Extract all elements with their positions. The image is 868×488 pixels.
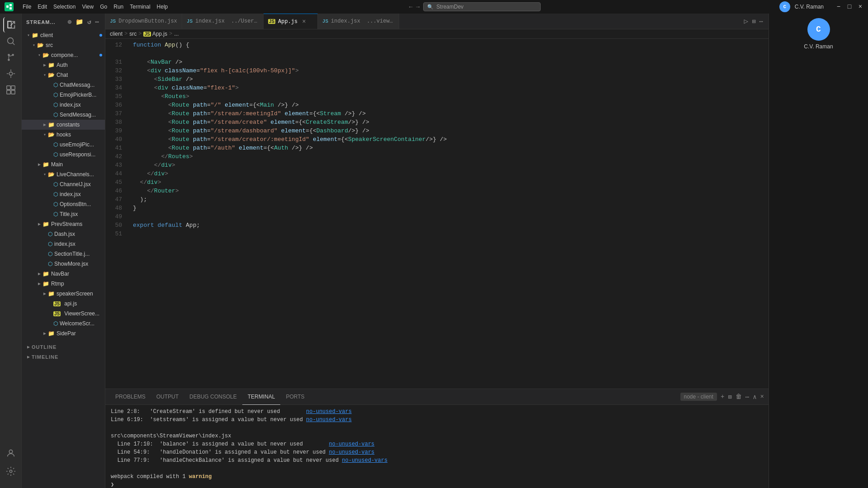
menu-selection[interactable]: Selection bbox=[51, 4, 78, 10]
tree-item-showmore[interactable]: ⬡ ShowMore.jsx bbox=[22, 259, 105, 269]
more-actions-button[interactable]: ⋯ bbox=[760, 18, 763, 25]
tree-item-src[interactable]: ▾ 📂 src bbox=[22, 40, 105, 50]
minimize-button[interactable]: − bbox=[835, 4, 842, 10]
menu-run[interactable]: Run bbox=[111, 4, 126, 10]
modified-badge bbox=[99, 34, 102, 37]
tree-item-sectiontitle[interactable]: ⬡ SectionTitle.j... bbox=[22, 249, 105, 259]
presenter-avatar: C bbox=[807, 18, 830, 41]
menu-edit[interactable]: Edit bbox=[35, 4, 50, 10]
activity-accounts[interactable] bbox=[3, 446, 19, 461]
tab-run-controls: ▷ ⊞ ⋯ bbox=[738, 17, 769, 26]
terminal-line-blank2 bbox=[111, 465, 763, 473]
activity-source-control[interactable] bbox=[3, 50, 19, 65]
chevron-icon: ▶ bbox=[36, 162, 42, 167]
breadcrumb-appjs[interactable]: JSApp.js bbox=[143, 31, 167, 37]
svg-rect-2 bbox=[9, 7, 12, 9]
tree-item-components[interactable]: ▾ 📂 compone... bbox=[22, 50, 105, 60]
panel-tab-debug[interactable]: DEBUG CONSOLE bbox=[184, 389, 242, 405]
chevron-icon: ▾ bbox=[25, 33, 32, 38]
new-folder-button[interactable]: 📁 bbox=[75, 17, 85, 27]
tree-item-constants[interactable]: ▶ 📁 constants bbox=[22, 120, 105, 130]
warning-link-5[interactable]: no-unused-vars bbox=[342, 457, 387, 464]
maximize-panel-button[interactable]: ∧ bbox=[753, 393, 756, 401]
new-terminal-button[interactable]: + bbox=[721, 393, 724, 400]
tree-item-outline[interactable]: ▶ OUTLINE bbox=[22, 342, 105, 352]
close-panel-button[interactable]: × bbox=[760, 393, 764, 400]
breadcrumb-client[interactable]: client bbox=[110, 31, 123, 37]
tree-item-sidebar2[interactable]: ▶ 📁 SidePar bbox=[22, 328, 105, 338]
menu-view[interactable]: View bbox=[79, 4, 96, 10]
tree-item-navbar[interactable]: ▶ 📁 NavBar bbox=[22, 269, 105, 279]
tree-item-livechannels[interactable]: ▾ 📂 LiveChannels... bbox=[22, 169, 105, 179]
warning-link-4[interactable]: no-unused-vars bbox=[329, 449, 374, 455]
title-bar-left: File Edit Selection View Go Run Terminal… bbox=[5, 2, 170, 11]
menu-go[interactable]: Go bbox=[97, 4, 110, 10]
menu-terminal[interactable]: Terminal bbox=[127, 4, 153, 10]
sidebar: STREAM... ⊕ 📁 ↺ ⋯ ▾ 📁 client ▾ 📂 bbox=[22, 14, 105, 488]
tree-item-prevstreams[interactable]: ▶ 📁 PrevStreams bbox=[22, 219, 105, 229]
tree-item-useresponsive[interactable]: ⬡ useResponsi... bbox=[22, 150, 105, 160]
warning-link-3[interactable]: no-unused-vars bbox=[329, 441, 374, 447]
activity-explorer[interactable] bbox=[3, 17, 19, 33]
code-editor: 12 31 32 33 34 35 36 37 38 39 40 41 42 4… bbox=[105, 39, 769, 389]
nav-back-button[interactable]: ← bbox=[409, 4, 413, 10]
refresh-button[interactable]: ↺ bbox=[86, 17, 92, 27]
maximize-button[interactable]: □ bbox=[846, 4, 853, 10]
tree-item-main-index[interactable]: ⬡ index.jsx bbox=[22, 239, 105, 249]
activity-settings[interactable] bbox=[3, 464, 19, 479]
split-editor-button[interactable]: ⊞ bbox=[752, 18, 755, 25]
tab-index-userdropdown[interactable]: JS index.jsx ../UserDropdown bbox=[182, 14, 264, 29]
code-line-38: <Route path="/stream/create" element={<C… bbox=[126, 118, 769, 127]
search-box[interactable]: 🔍 StreamDev bbox=[423, 2, 541, 11]
warning-link-2[interactable]: no-unused-vars bbox=[306, 417, 352, 423]
activity-search[interactable] bbox=[3, 33, 19, 49]
panel-tab-ports[interactable]: PORTS bbox=[280, 389, 310, 405]
tree-item-useemoji[interactable]: ⬡ useEmojiPic... bbox=[22, 140, 105, 150]
activity-debug[interactable] bbox=[3, 66, 19, 81]
tree-item-emojipicker[interactable]: ⬡ EmojiPickerB... bbox=[22, 90, 105, 100]
tree-item-dash[interactable]: ⬡ Dash.jsx bbox=[22, 229, 105, 239]
tree-item-title[interactable]: ⬡ Title.jsx bbox=[22, 209, 105, 219]
tree-item-channelj[interactable]: ⬡ ChannelJ.jsx bbox=[22, 179, 105, 189]
tree-item-timeline[interactable]: ▶ TIMELINE bbox=[22, 352, 105, 362]
tree-item-client[interactable]: ▾ 📁 client bbox=[22, 30, 105, 40]
tab-appjs[interactable]: JS App.js × bbox=[264, 14, 318, 29]
tree-item-chat[interactable]: ▾ 📂 Chat bbox=[22, 70, 105, 80]
tree-item-live-index[interactable]: ⬡ index.jsx bbox=[22, 189, 105, 199]
breadcrumb-src[interactable]: src bbox=[129, 31, 137, 37]
menu-file[interactable]: File bbox=[20, 4, 34, 10]
collapse-all-button[interactable]: ⋯ bbox=[94, 17, 100, 27]
nav-forward-button[interactable]: → bbox=[416, 4, 420, 10]
tree-item-chat-index[interactable]: ⬡ index.jsx bbox=[22, 100, 105, 110]
tab-dropdown[interactable]: JS DropdownButton.jsx bbox=[105, 14, 182, 29]
tab-index-viewer[interactable]: JS index.jsx ...viewer M bbox=[318, 14, 399, 29]
terminal-instance-label: node - client bbox=[680, 393, 717, 401]
breadcrumb-function[interactable]: ... bbox=[174, 31, 179, 37]
tree-item-apis[interactable]: JS api.js bbox=[22, 299, 105, 309]
warning-link-1[interactable]: no-unused-vars bbox=[306, 408, 352, 415]
tree-item-welcome[interactable]: ⬡ WelcomeScr... bbox=[22, 319, 105, 328]
tree-item-rtmp[interactable]: ▶ 📁 Rtmp bbox=[22, 279, 105, 289]
more-terminal-button[interactable]: ⋯ bbox=[745, 393, 749, 401]
panel-tab-terminal[interactable]: TERMINAL bbox=[242, 389, 281, 405]
tree-item-auth[interactable]: ▶ 📁 Auth bbox=[22, 60, 105, 70]
tree-item-speakerscreen[interactable]: ▶ 📁 speakerScreen bbox=[22, 289, 105, 299]
tree-item-hooks[interactable]: ▾ 📂 hooks bbox=[22, 130, 105, 140]
new-file-button[interactable]: ⊕ bbox=[67, 17, 73, 27]
tree-item-sendmessage[interactable]: ⬡ SendMessag... bbox=[22, 110, 105, 120]
tree-item-viewerscreen[interactable]: JS ViewerScree... bbox=[22, 309, 105, 319]
search-text: StreamDev bbox=[436, 4, 463, 10]
kill-terminal-button[interactable]: 🗑 bbox=[736, 393, 742, 400]
tab-close-appjs[interactable]: × bbox=[302, 18, 306, 25]
tree-item-main[interactable]: ▶ 📁 Main bbox=[22, 160, 105, 169]
panel-tab-problems[interactable]: PROBLEMS bbox=[110, 389, 151, 405]
activity-extensions[interactable] bbox=[3, 82, 19, 98]
split-terminal-button[interactable]: ⊞ bbox=[728, 393, 731, 401]
code-lines[interactable]: function App() { <NavBar /> <div classNa… bbox=[126, 39, 769, 389]
tree-item-optionsbtn[interactable]: ⬡ OptionsBtn... bbox=[22, 199, 105, 209]
menu-help[interactable]: Help bbox=[154, 4, 171, 10]
tree-item-chatmessage[interactable]: ⬡ ChatMessag... bbox=[22, 80, 105, 90]
close-button[interactable]: × bbox=[857, 4, 863, 10]
run-button[interactable]: ▷ bbox=[744, 17, 748, 26]
panel-tab-output[interactable]: OUTPUT bbox=[151, 389, 184, 405]
